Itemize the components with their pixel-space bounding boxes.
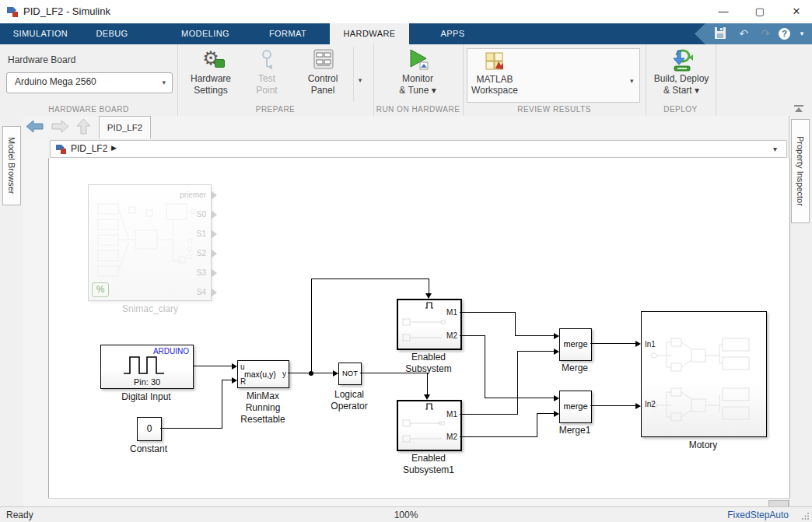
port-label: M2: [446, 433, 457, 441]
port-label: S2: [197, 249, 206, 257]
block-merge[interactable]: merge: [559, 328, 592, 361]
signal-wire[interactable]: [485, 398, 554, 398]
breadcrumb-dropdown-icon[interactable]: ▾: [773, 145, 777, 153]
block-label: Enabled Subsystem1: [394, 453, 464, 476]
port-label: priemer: [180, 191, 206, 199]
tab-simulation[interactable]: SIMULATION: [8, 23, 73, 44]
control-panel-button[interactable]: Control Panel: [295, 47, 351, 101]
block-enabled-subsystem1[interactable]: M1 M2: [397, 400, 462, 451]
solver-link[interactable]: FixedStepAuto: [727, 510, 789, 520]
signal-wire[interactable]: [590, 343, 635, 344]
signal-wire[interactable]: [537, 413, 554, 414]
resize-grip-icon[interactable]: [802, 512, 810, 520]
signal-wire[interactable]: [429, 279, 429, 293]
prepare-overflow-button[interactable]: ▾: [353, 47, 366, 101]
signal-wire[interactable]: [160, 428, 222, 429]
section-prepare: PREPARE: [177, 105, 373, 115]
signal-wire[interactable]: [222, 380, 222, 429]
nav-back-icon[interactable]: [26, 120, 44, 133]
nav-forward-icon[interactable]: [51, 120, 69, 133]
redo-icon[interactable]: ↷: [757, 26, 774, 42]
signal-wire[interactable]: [517, 351, 518, 415]
wire-arrowhead: [232, 377, 237, 384]
quick-access-toolbar: ↶ ↷ ? ▾: [695, 23, 812, 44]
block-merge1[interactable]: merge: [559, 391, 592, 423]
port-label: M1: [446, 308, 457, 317]
signal-wire[interactable]: [460, 335, 485, 336]
wire-arrowhead: [554, 395, 559, 401]
test-point-button[interactable]: Test Point: [241, 47, 292, 101]
hardware-board-value: Arduino Mega 2560: [15, 76, 96, 87]
monitor-tune-button[interactable]: Monitor & Tune ▾: [389, 47, 446, 101]
property-inspector-tab[interactable]: Property Inspector: [791, 119, 810, 223]
model-document-tab[interactable]: PID_LF2: [99, 116, 151, 138]
operator-text: NOT: [339, 369, 361, 377]
signal-wire[interactable]: [515, 335, 554, 336]
port-label: M2: [446, 331, 457, 340]
matlab-workspace-icon: [485, 52, 504, 71]
tab-hardware[interactable]: HARDWARE: [330, 23, 409, 44]
signal-wire[interactable]: [460, 312, 515, 313]
block-motory[interactable]: In1 In2: [641, 311, 767, 437]
hardware-settings-button[interactable]: ⚙ Hardware Settings: [183, 47, 239, 101]
signal-wire[interactable]: [517, 351, 554, 352]
signal-wire[interactable]: [193, 366, 232, 366]
signal-wire[interactable]: [427, 373, 428, 394]
signal-wire[interactable]: [360, 373, 427, 373]
close-button[interactable]: ✕: [785, 3, 808, 20]
wire-arrowhead: [635, 403, 641, 409]
block-enabled-subsystem[interactable]: M1 M2: [397, 299, 462, 350]
block-function-text: merge: [560, 339, 591, 349]
signal-wire[interactable]: [222, 380, 232, 380]
signal-wire[interactable]: [460, 436, 537, 437]
ribbon: Hardware Board Arduino Mega 2560 ▾ HARDW…: [0, 44, 812, 117]
build-deploy-start-button[interactable]: Build, Deploy & Start ▾: [650, 47, 712, 101]
signal-wire[interactable]: [537, 413, 537, 437]
tab-format[interactable]: FORMAT: [260, 23, 316, 44]
section-review-results: REVIEW RESULTS: [463, 105, 646, 115]
signal-wire[interactable]: [515, 312, 516, 336]
gallery-dropdown-button[interactable]: ▾: [627, 48, 640, 103]
breadcrumb-model-name[interactable]: PID_LF2: [71, 143, 107, 154]
toolstrip-tab-bar: SIMULATION DEBUG MODELING FORMAT HARDWAR…: [0, 23, 812, 44]
block-digital-input[interactable]: ARDUINO Pin: 30: [100, 345, 194, 389]
tab-apps[interactable]: APPS: [409, 23, 496, 44]
signal-wire[interactable]: [311, 279, 312, 373]
signal-wire[interactable]: [460, 414, 518, 415]
signal-wire[interactable]: [311, 279, 429, 279]
enable-port-icon: [425, 403, 434, 410]
signal-wire[interactable]: [485, 335, 485, 398]
maximize-button[interactable]: ▢: [748, 3, 772, 20]
output-port-chevron: [211, 210, 217, 219]
breadcrumb[interactable]: PID_LF2 ▶ ▾: [50, 140, 787, 158]
model-browser-tab[interactable]: Model Browser: [2, 126, 21, 205]
nav-up-icon[interactable]: [76, 118, 91, 135]
signal-wire[interactable]: [590, 405, 635, 406]
block-snimac-ciary[interactable]: priemer S0 S1 S2 S3 S4 %: [88, 184, 212, 301]
output-port-chevron: [211, 288, 217, 297]
help-icon[interactable]: ?: [779, 28, 790, 40]
gear-icon: ⚙: [183, 47, 239, 70]
wire-arrowhead: [554, 333, 559, 339]
constant-value: 0: [138, 423, 161, 434]
window-title: PID_LF2 - Simulink: [23, 5, 110, 17]
block-label: Constant: [114, 443, 184, 455]
block-function-text: merge: [560, 401, 591, 411]
tab-debug[interactable]: DEBUG: [78, 23, 146, 44]
minimize-button[interactable]: —: [712, 3, 735, 20]
wire-arrowhead: [333, 370, 338, 377]
ribbon-collapse-icon[interactable]: [793, 105, 804, 113]
block-minmax[interactable]: u R y max(u,y): [237, 360, 289, 388]
quick-access-dropdown-icon[interactable]: ▾: [793, 26, 810, 42]
output-port-chevron: [211, 229, 217, 239]
undo-icon[interactable]: ↶: [735, 26, 752, 42]
save-icon[interactable]: [713, 26, 727, 40]
matlab-workspace-button[interactable]: MATLAB Workspace: [471, 51, 519, 100]
hardware-board-select[interactable]: Arduino Mega 2560 ▾: [6, 72, 173, 93]
breadcrumb-bar: PID_LF2 ▶ ▾: [48, 138, 789, 158]
zoom-level: 100%: [0, 510, 812, 520]
block-constant[interactable]: 0: [137, 417, 162, 441]
block-label: Enabled Subsystem: [394, 352, 464, 375]
tab-modeling[interactable]: MODELING: [151, 23, 260, 44]
block-logical-operator[interactable]: NOT: [338, 363, 362, 385]
